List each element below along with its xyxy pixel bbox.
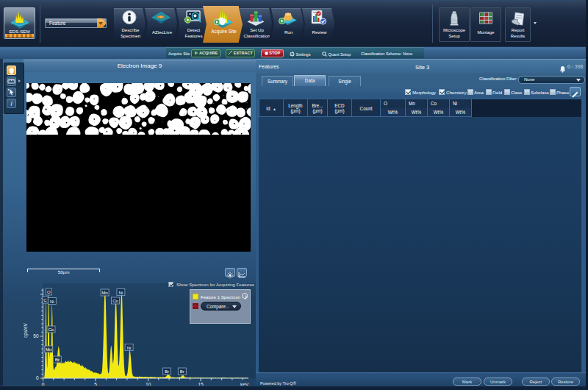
svg-text:cps/eV: cps/eV [23, 322, 29, 338]
svg-text:Ni: Ni [127, 346, 132, 350]
svg-text:i: i [11, 100, 13, 107]
svg-text:Br: Br [165, 369, 169, 374]
svg-text:0: 0 [36, 375, 39, 380]
svg-text:C: C [43, 298, 47, 302]
svg-text:Mn: Mn [101, 291, 107, 295]
svg-text:Mn: Mn [46, 347, 51, 352]
svg-text:Ni: Ni [119, 291, 123, 295]
svg-text:Co: Co [49, 327, 54, 332]
svg-text:O: O [47, 290, 51, 294]
svg-text:Co: Co [112, 299, 118, 303]
svg-text:Ni: Ni [50, 299, 54, 304]
svg-text:Br: Br [180, 369, 184, 374]
svg-text:50: 50 [33, 333, 39, 338]
svg-text:Br: Br [55, 358, 60, 362]
